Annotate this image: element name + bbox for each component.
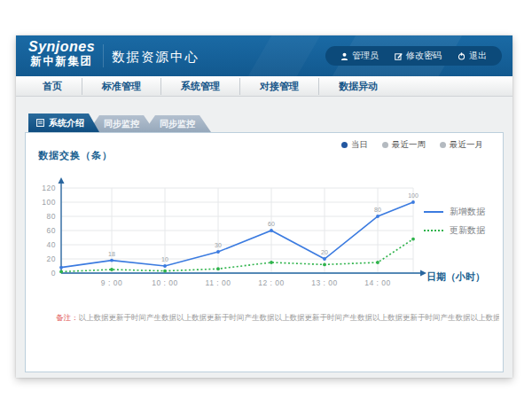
logo-brand: Synjones: [28, 39, 95, 55]
svg-text:30: 30: [215, 242, 222, 248]
legend-label: 新增数据: [450, 206, 485, 218]
svg-text:80: 80: [374, 207, 381, 213]
app-header: Synjones 新中新集团 数据资源中心 管理员 修改密码 退出: [16, 35, 512, 76]
tab-sync-monitor-2[interactable]: 同步监控: [144, 115, 211, 132]
nav-item-data-change[interactable]: 数据异动: [318, 78, 397, 95]
change-password-label: 修改密码: [406, 50, 442, 62]
legend-item-new-data[interactable]: 新增数据: [424, 206, 485, 218]
svg-text:80: 80: [47, 212, 56, 221]
change-password-button[interactable]: 修改密码: [387, 50, 450, 62]
tab-bar: 系统介绍 同步监控 同步监控: [28, 113, 211, 132]
svg-text:20: 20: [321, 249, 328, 255]
app-title: 数据资源中心: [112, 49, 200, 66]
chart-card: 当日 最近一周 最近一月 数据交换（条） 0204060801001209 : …: [25, 132, 504, 372]
logo: Synjones 新中新集团: [28, 39, 95, 68]
legend-label: 更新数据: [450, 224, 485, 237]
user-icon: [340, 52, 348, 60]
chart-legend: 新增数据 更新数据: [424, 206, 485, 243]
svg-text:13 : 00: 13 : 00: [311, 278, 338, 287]
svg-text:20: 20: [47, 254, 56, 263]
svg-text:100: 100: [42, 198, 56, 207]
logout-button[interactable]: 退出: [450, 50, 495, 62]
tab-label: 同步监控: [104, 118, 139, 130]
svg-text:100: 100: [408, 192, 419, 199]
x-axis-title: 日期（小时）: [426, 270, 485, 284]
svg-text:0: 0: [51, 269, 56, 278]
nav-item-home[interactable]: 首页: [23, 78, 82, 95]
svg-text:14 : 00: 14 : 00: [364, 278, 391, 287]
main-nav: 首页 标准管理 系统管理 对接管理 数据异动: [16, 76, 512, 97]
svg-text:12 : 00: 12 : 00: [258, 278, 285, 287]
line-chart-svg: 0204060801001209 : 0010 : 0011 : 0012 : …: [26, 133, 505, 374]
edit-icon: [395, 52, 403, 60]
svg-text:10 : 00: 10 : 00: [152, 278, 178, 287]
svg-text:10: 10: [161, 256, 168, 262]
svg-text:60: 60: [268, 221, 275, 227]
tab-system-intro[interactable]: 系统介绍: [28, 113, 99, 132]
svg-text:18: 18: [108, 251, 115, 257]
logo-company: 新中新集团: [28, 55, 95, 67]
power-icon: [458, 52, 466, 60]
tab-sync-monitor-1[interactable]: 同步监控: [88, 115, 155, 132]
user-account-button[interactable]: 管理员: [332, 50, 387, 62]
dotted-line-icon: [424, 230, 443, 231]
footnote: 备注：以上数据更新于时间产生数据以上数据更新于时间产生数据以上数据更新于时间产生…: [56, 313, 499, 324]
nav-item-system-mgmt[interactable]: 系统管理: [160, 78, 239, 95]
nav-item-standard-mgmt[interactable]: 标准管理: [82, 78, 160, 95]
app-window: Synjones 新中新集团 数据资源中心 管理员 修改密码 退出 首页 标准管…: [16, 35, 512, 378]
document-icon: [36, 119, 44, 127]
footnote-prefix: 备注：: [56, 313, 79, 322]
logout-label: 退出: [469, 50, 487, 62]
svg-text:9 : 00: 9 : 00: [101, 278, 122, 287]
tab-label: 同步监控: [160, 118, 195, 130]
svg-text:60: 60: [47, 226, 56, 235]
user-menu: 管理员 修改密码 退出: [325, 46, 502, 66]
legend-item-update-data[interactable]: 更新数据: [424, 224, 485, 237]
header-divider: [103, 44, 104, 67]
content-area: 系统介绍 同步监控 同步监控 当日 最近一周: [16, 97, 512, 378]
svg-text:40: 40: [47, 240, 56, 249]
svg-text:120: 120: [42, 184, 56, 192]
solid-line-icon: [424, 211, 443, 213]
tab-label: 系统介绍: [49, 117, 84, 129]
header-streak: [245, 35, 323, 76]
svg-text:11 : 00: 11 : 00: [206, 278, 231, 287]
footnote-text: 以上数据更新于时间产生数据以上数据更新于时间产生数据以上数据更新于时间产生数据以…: [79, 313, 500, 322]
user-name-label: 管理员: [352, 50, 379, 62]
nav-item-interface-mgmt[interactable]: 对接管理: [239, 78, 318, 95]
